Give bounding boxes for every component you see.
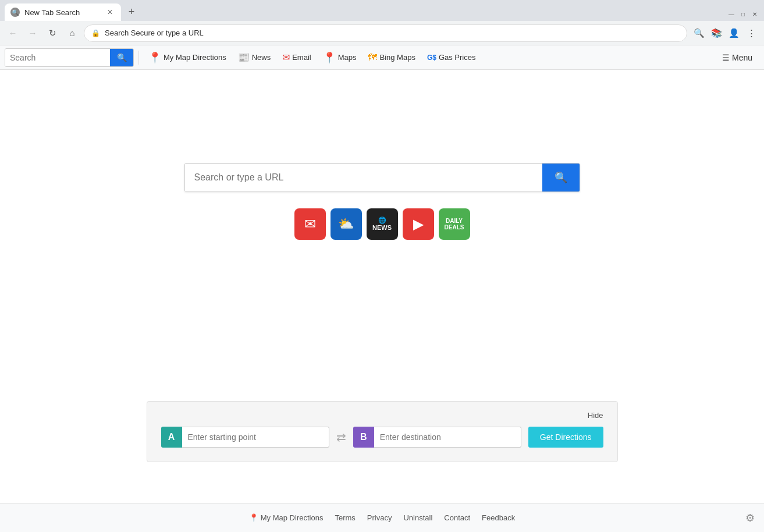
url-text: Search Secure or type a URL	[105, 29, 680, 37]
footer-contact-label: Contact	[444, 513, 470, 522]
quick-icons-bar: ✉ ⛅ 🌐NEWS ▶ DAILYDEALS	[294, 208, 470, 240]
url-bar[interactable]: 🔒 Search Secure or type a URL	[84, 24, 687, 42]
profile-button[interactable]: 👤	[726, 25, 742, 41]
menu-icon: ☰	[722, 53, 730, 62]
footer: 📍 My Map Directions Terms Privacy Uninst…	[0, 503, 764, 532]
main-content: 🔍 ✉ ⛅ 🌐NEWS ▶ DAILYDEALS	[0, 70, 764, 532]
toolbar-link-my-map-directions-label: My Map Directions	[164, 53, 226, 62]
address-bar: ← → ↻ ⌂ 🔒 Search Secure or type a URL 🔍 …	[0, 21, 764, 45]
quick-icon-deals[interactable]: DAILYDEALS	[439, 208, 470, 240]
directions-hide-button[interactable]: Hide	[161, 411, 603, 420]
footer-map-icon: 📍	[249, 513, 258, 522]
footer-link-feedback[interactable]: Feedback	[482, 513, 515, 522]
browser-actions: 🔍 📚 👤 ⋮	[691, 25, 759, 41]
toolbar-link-maps[interactable]: 📍 Maps	[318, 49, 361, 66]
window-controls: — □ ✕	[727, 9, 759, 21]
destination-point: B	[353, 427, 521, 448]
center-search-section: 🔍 ✉ ⛅ 🌐NEWS ▶ DAILYDEALS	[184, 163, 580, 240]
footer-my-map-directions-label: My Map Directions	[261, 513, 324, 522]
directions-inputs: A ⇄ B Get Directions	[161, 427, 603, 448]
bing-maps-icon: 🗺	[368, 52, 377, 63]
browser-frame: 🔍 New Tab Search ✕ + — □ ✕ ← → ↻ ⌂ 🔒 Sea…	[0, 0, 764, 532]
toolbar-link-maps-label: Maps	[338, 53, 357, 62]
toolbar-separator	[138, 51, 139, 65]
toolbar-link-gas-prices[interactable]: G$ Gas Prices	[422, 51, 481, 64]
footer-link-uninstall[interactable]: Uninstall	[403, 513, 432, 522]
footer-link-privacy[interactable]: Privacy	[367, 513, 392, 522]
back-icon: ←	[9, 28, 17, 38]
gear-icon: ⚙	[745, 512, 755, 524]
tab-icon: 🔍	[10, 8, 20, 17]
title-bar: 🔍 New Tab Search ✕ + — □ ✕	[0, 0, 764, 21]
zoom-button[interactable]: 🔍	[691, 25, 707, 41]
center-search-button[interactable]: 🔍	[542, 164, 580, 191]
minimize-button[interactable]: —	[727, 9, 736, 19]
menu-button[interactable]: ☰ Menu	[715, 51, 759, 65]
map-directions-icon: 📍	[148, 51, 161, 64]
toolbar-search-box: 🔍	[5, 48, 134, 67]
center-search-bar: 🔍	[184, 163, 580, 192]
maximize-button[interactable]: □	[738, 9, 748, 19]
toolbar-link-email[interactable]: ✉ Email	[278, 49, 316, 65]
toolbar-link-news[interactable]: 📰 News	[233, 49, 276, 65]
footer-link-contact[interactable]: Contact	[444, 513, 470, 522]
home-button[interactable]: ⌂	[64, 25, 80, 41]
quick-icon-news[interactable]: 🌐NEWS	[367, 208, 398, 240]
quick-icon-mail[interactable]: ✉	[294, 208, 326, 240]
forward-button[interactable]: →	[24, 25, 41, 41]
toolbar-search-button[interactable]: 🔍	[110, 48, 133, 67]
footer-uninstall-label: Uninstall	[403, 513, 432, 522]
toolbar-link-gas-prices-label: Gas Prices	[439, 53, 476, 62]
point-b-label: B	[353, 427, 374, 448]
tab-title: New Tab Search	[24, 8, 80, 17]
refresh-button[interactable]: ↻	[44, 25, 61, 41]
toolbar-link-news-label: News	[252, 53, 271, 62]
forward-icon: →	[29, 28, 37, 38]
quick-icon-weather[interactable]: ⛅	[331, 208, 362, 240]
maps-icon: 📍	[323, 51, 336, 64]
menu-label: Menu	[732, 53, 752, 62]
search-icon: 🔍	[117, 53, 127, 62]
toolbar-link-bing-maps-label: Bing Maps	[379, 53, 415, 62]
more-button[interactable]: ⋮	[743, 25, 759, 41]
get-directions-button[interactable]: Get Directions	[528, 427, 603, 448]
close-button[interactable]: ✕	[750, 9, 759, 19]
toolbar-search-input[interactable]	[5, 49, 110, 66]
quick-icon-video[interactable]: ▶	[403, 208, 434, 240]
gas-prices-icon: G$	[427, 54, 436, 62]
start-input[interactable]	[182, 427, 329, 448]
center-search-input[interactable]	[185, 164, 542, 191]
directions-widget: Hide A ⇄ B Get Directions	[147, 401, 618, 462]
back-button[interactable]: ←	[5, 25, 21, 41]
footer-feedback-label: Feedback	[482, 513, 515, 522]
footer-privacy-label: Privacy	[367, 513, 392, 522]
active-tab[interactable]: 🔍 New Tab Search ✕	[5, 3, 121, 21]
destination-input[interactable]	[374, 427, 521, 448]
home-icon: ⌂	[69, 28, 74, 38]
email-icon: ✉	[282, 52, 290, 63]
footer-link-terms[interactable]: Terms	[335, 513, 355, 522]
bookmarks-button[interactable]: 📚	[708, 25, 724, 41]
search-icon: 🔍	[555, 171, 567, 184]
footer-link-my-map-directions[interactable]: 📍 My Map Directions	[249, 513, 324, 522]
new-tab-button[interactable]: +	[123, 3, 140, 20]
directions-arrow-icon: ⇄	[336, 430, 346, 444]
toolbar-link-my-map-directions[interactable]: 📍 My Map Directions	[144, 49, 231, 66]
start-point: A	[161, 427, 329, 448]
point-a-label: A	[161, 427, 182, 448]
tab-close-button[interactable]: ✕	[105, 7, 115, 17]
lock-icon: 🔒	[91, 29, 100, 37]
refresh-icon: ↻	[49, 28, 56, 38]
toolbar-link-email-label: Email	[292, 53, 311, 62]
toolbar: 🔍 📍 My Map Directions 📰 News ✉ Email 📍 M…	[0, 45, 764, 70]
news-icon: 📰	[238, 52, 250, 63]
settings-gear-button[interactable]: ⚙	[745, 512, 755, 524]
toolbar-link-bing-maps[interactable]: 🗺 Bing Maps	[363, 50, 420, 65]
footer-terms-label: Terms	[335, 513, 355, 522]
